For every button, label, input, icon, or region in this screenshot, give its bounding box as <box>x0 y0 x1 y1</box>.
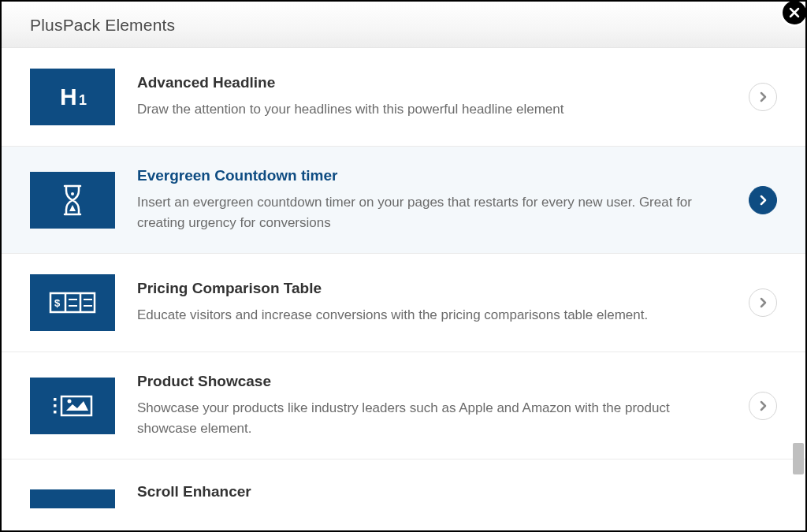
svg-rect-13 <box>54 411 57 414</box>
item-title: Product Showcase <box>137 373 727 390</box>
svg-rect-11 <box>54 398 57 401</box>
chevron-right-icon[interactable] <box>749 392 777 420</box>
svg-rect-14 <box>61 396 91 415</box>
svg-text:H: H <box>60 84 77 110</box>
close-button[interactable] <box>780 0 807 27</box>
item-title: Evergreen Countdown timer <box>137 167 727 184</box>
chevron-right-icon[interactable] <box>749 83 777 111</box>
scrollbar-thumb[interactable] <box>793 443 804 474</box>
item-content: Pricing Comparison Table Educate visitor… <box>137 280 727 326</box>
item-content: Evergreen Countdown timer Insert an ever… <box>137 167 727 233</box>
svg-text:1: 1 <box>79 92 87 108</box>
svg-rect-12 <box>54 404 57 407</box>
item-content: Advanced Headline Draw the attention to … <box>137 74 727 120</box>
h1-icon: H 1 <box>30 69 115 125</box>
pricing-table-icon: $ <box>30 274 115 331</box>
item-content: Product Showcase Showcase your products … <box>137 373 727 438</box>
item-description: Insert an evergreen countdown timer on y… <box>137 192 727 233</box>
element-item-product-showcase[interactable]: Product Showcase Showcase your products … <box>2 352 805 459</box>
item-content: Scroll Enhancer <box>137 483 777 508</box>
element-item-scroll-enhancer[interactable]: Scroll Enhancer <box>2 459 805 513</box>
item-description: Draw the attention to your headlines wit… <box>137 99 727 120</box>
scroll-icon <box>30 489 115 508</box>
showcase-icon <box>30 378 115 434</box>
panel-header: PlusPack Elements <box>2 2 805 48</box>
hourglass-icon <box>30 172 115 229</box>
item-description: Educate visitors and increase conversion… <box>137 305 727 326</box>
elements-list: H 1 Advanced Headline Draw the attention… <box>2 48 805 531</box>
item-title: Pricing Comparison Table <box>137 280 727 297</box>
element-item-advanced-headline[interactable]: H 1 Advanced Headline Draw the attention… <box>2 48 805 146</box>
panel-title: PlusPack Elements <box>30 16 777 35</box>
svg-text:$: $ <box>54 297 61 309</box>
item-description: Showcase your products like industry lea… <box>137 398 727 438</box>
svg-point-2 <box>71 192 74 195</box>
element-item-evergreen-countdown[interactable]: Evergreen Countdown timer Insert an ever… <box>2 146 805 253</box>
chevron-right-icon[interactable] <box>749 186 777 214</box>
svg-point-15 <box>68 399 72 403</box>
chevron-right-icon[interactable] <box>749 288 777 317</box>
element-item-pricing-table[interactable]: $ Pricing Comparison Table Educate visit… <box>2 253 805 352</box>
item-title: Scroll Enhancer <box>137 483 777 500</box>
item-title: Advanced Headline <box>137 74 727 91</box>
